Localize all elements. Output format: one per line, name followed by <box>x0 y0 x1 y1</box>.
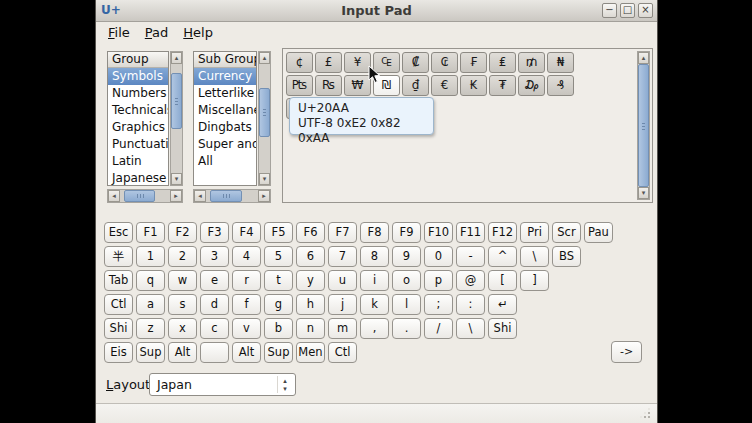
key-button[interactable]: Shi <box>104 318 133 339</box>
subgroup-list-item[interactable]: Currency <box>194 68 256 85</box>
key-button[interactable]: t <box>264 270 293 291</box>
key-button[interactable]: m <box>328 318 357 339</box>
subgroup-list-item[interactable]: Super and S <box>194 136 256 153</box>
key-button[interactable]: 8 <box>360 246 389 267</box>
key-button[interactable]: [ <box>488 270 517 291</box>
subgroup-list-item[interactable]: Miscellaneo <box>194 102 256 119</box>
key-button[interactable]: p <box>424 270 453 291</box>
key-button[interactable]: Ctl <box>104 294 133 315</box>
key-button[interactable]: 4 <box>232 246 261 267</box>
key-button[interactable]: e <box>200 270 229 291</box>
key-button[interactable]: f <box>232 294 261 315</box>
key-button[interactable]: ; <box>424 294 453 315</box>
scrollbar-track[interactable] <box>206 190 258 202</box>
key-button[interactable]: x <box>168 318 197 339</box>
key-button[interactable]: \ <box>520 246 549 267</box>
symbol-button[interactable]: ₩ <box>344 75 371 96</box>
key-button[interactable]: \ <box>456 318 485 339</box>
symbol-button[interactable]: ₦ <box>547 52 574 73</box>
scrollbar-track[interactable] <box>259 64 270 173</box>
key-button[interactable]: d <box>200 294 229 315</box>
close-button[interactable]: × <box>638 3 653 18</box>
key-button[interactable]: o <box>392 270 421 291</box>
subgroup-horizontal-scrollbar[interactable]: ◂ ▸ <box>193 189 271 203</box>
key-button[interactable]: g <box>264 294 293 315</box>
key-button[interactable]: 7 <box>328 246 357 267</box>
maximize-button[interactable]: □ <box>620 3 635 18</box>
key-button[interactable]: F7 <box>328 222 357 243</box>
scrollbar-track[interactable] <box>171 64 182 173</box>
key-button[interactable]: 半 <box>104 246 133 267</box>
key-button[interactable] <box>200 342 229 363</box>
key-button[interactable]: w <box>168 270 197 291</box>
symbol-button[interactable]: ₮ <box>489 75 516 96</box>
key-button[interactable]: / <box>424 318 453 339</box>
key-button[interactable]: 3 <box>200 246 229 267</box>
group-list-item[interactable]: Technicals <box>108 102 168 119</box>
key-button[interactable]: z <box>136 318 165 339</box>
key-button[interactable]: y <box>296 270 325 291</box>
key-button[interactable]: 6 <box>296 246 325 267</box>
key-button[interactable]: - <box>456 246 485 267</box>
key-button[interactable]: Alt <box>232 342 261 363</box>
scrollbar-track[interactable] <box>638 64 649 187</box>
group-list-item[interactable]: Symbols <box>108 68 168 85</box>
group-list-item[interactable]: Japanese <box>108 170 168 186</box>
key-button[interactable]: n <box>296 318 325 339</box>
key-button[interactable]: Ctl <box>328 342 357 363</box>
subgroup-list-item[interactable]: All <box>194 153 256 170</box>
symbol-button[interactable]: ₰ <box>547 75 574 96</box>
key-button[interactable]: u <box>328 270 357 291</box>
group-vertical-scrollbar[interactable]: ▴ ▾ <box>170 51 183 186</box>
key-button[interactable]: F3 <box>200 222 229 243</box>
scroll-left-icon[interactable]: ◂ <box>108 190 120 202</box>
symbol-button[interactable]: € <box>431 75 458 96</box>
symbol-button[interactable]: ₡ <box>402 52 429 73</box>
key-button[interactable]: i <box>360 270 389 291</box>
scroll-right-icon[interactable]: ▸ <box>170 190 182 202</box>
resize-grip-icon[interactable] <box>640 408 650 418</box>
group-list-item[interactable]: Numbers <box>108 85 168 102</box>
subgroup-list-item[interactable]: Letterlike <box>194 85 256 102</box>
key-button[interactable]: ^ <box>488 246 517 267</box>
key-button[interactable]: F9 <box>392 222 421 243</box>
scrollbar-thumb[interactable] <box>210 190 242 202</box>
scroll-left-icon[interactable]: ◂ <box>194 190 206 202</box>
key-button[interactable]: Eis <box>104 342 133 363</box>
symbol-button[interactable]: ₫ <box>402 75 429 96</box>
minimize-button[interactable]: − <box>602 3 617 18</box>
key-button[interactable]: F2 <box>168 222 197 243</box>
titlebar[interactable]: U+ Input Pad − □ × <box>96 0 657 22</box>
symbol-button[interactable]: ₣ <box>460 52 487 73</box>
key-button[interactable]: BS <box>552 246 581 267</box>
key-button[interactable]: ↵ <box>488 294 517 315</box>
key-button[interactable]: Shi <box>488 318 517 339</box>
layout-combobox[interactable]: Japan ▴ ▾ <box>149 373 296 396</box>
symbol-button[interactable]: ¥ <box>344 52 371 73</box>
scroll-down-icon[interactable]: ▾ <box>171 173 182 185</box>
key-button[interactable]: r <box>232 270 261 291</box>
key-button[interactable]: F4 <box>232 222 261 243</box>
scrollbar-track[interactable] <box>120 190 170 202</box>
key-button[interactable]: F1 <box>136 222 165 243</box>
key-button[interactable]: 0 <box>424 246 453 267</box>
scroll-down-icon[interactable]: ▾ <box>259 173 270 185</box>
subgroup-list-item[interactable]: Dingbats <box>194 119 256 136</box>
symbol-button[interactable]: ₤ <box>489 52 516 73</box>
key-button[interactable]: l <box>392 294 421 315</box>
scroll-right-icon[interactable]: ▸ <box>258 190 270 202</box>
key-button[interactable]: q <box>136 270 165 291</box>
key-button[interactable]: k <box>360 294 389 315</box>
menu-item[interactable]: File <box>101 23 138 42</box>
key-button[interactable]: F11 <box>456 222 485 243</box>
symbol-button[interactable]: £ <box>315 52 342 73</box>
symbol-button[interactable]: ₧ <box>286 75 313 96</box>
symbol-button[interactable]: ₨ <box>315 75 342 96</box>
key-button[interactable]: F8 <box>360 222 389 243</box>
key-button[interactable]: Pau <box>584 222 613 243</box>
key-button[interactable]: 2 <box>168 246 197 267</box>
key-button[interactable]: Alt <box>168 342 197 363</box>
key-button[interactable]: F6 <box>296 222 325 243</box>
key-button[interactable]: Pri <box>520 222 549 243</box>
key-button[interactable]: F10 <box>424 222 453 243</box>
